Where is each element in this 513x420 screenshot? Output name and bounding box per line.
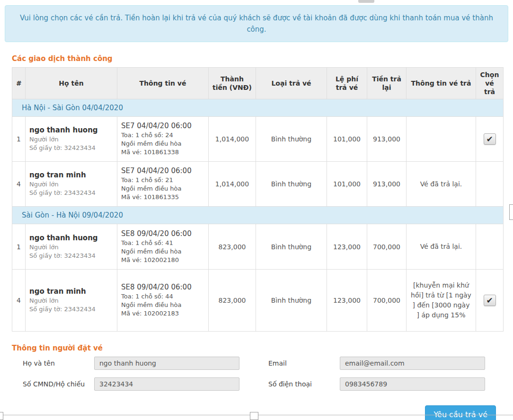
col-ticket-info: Thông tin vé bbox=[117, 68, 209, 99]
table-row: 1 ngo thanh huong Người lớn Số giấy tờ: … bbox=[12, 117, 504, 162]
select-cell: ✔ bbox=[476, 224, 504, 270]
refund-info-banner: Vui lòng chọn các vé cần trả. Tiền hoàn … bbox=[5, 5, 508, 42]
ticket-info-cell: SE7 04/04/20 06:00 Toa: 1 chỗ số: 21 Ngồ… bbox=[117, 162, 209, 207]
refund-amount-cell: 700,000 bbox=[367, 270, 407, 332]
transactions-title: Các giao dịch thành công bbox=[12, 54, 513, 63]
passenger-type: Người lớn bbox=[29, 135, 113, 144]
fee-cell: 101,000 bbox=[327, 117, 367, 162]
table-header-row: # Họ tên Thông tin vé Thành tiền (VNĐ) L… bbox=[12, 68, 504, 99]
refund-note-cell: [khuyễn mại khứ hồi] trả từ [1 ngày ] đế… bbox=[407, 270, 476, 332]
fee-cell: 123,000 bbox=[327, 224, 367, 270]
ticket-seat: Toa: 1 chỗ số: 41 bbox=[121, 239, 204, 247]
id-field[interactable] bbox=[94, 377, 239, 391]
refund-amount-cell: 913,000 bbox=[367, 162, 407, 207]
passenger-type: Người lớn bbox=[29, 243, 113, 252]
booker-title: Thông tin người đặt vé bbox=[12, 344, 513, 352]
amount-cell: 823,000 bbox=[209, 270, 256, 332]
passenger-cell: ngo thanh huong Người lớn Số giấy tờ: 32… bbox=[26, 117, 117, 162]
route-label: Sài Gòn - Hà Nội 09/04/2020 bbox=[12, 207, 504, 224]
col-refund-amount: Tiền trả lại bbox=[367, 68, 407, 99]
ticket-code: Mã vé: 101861335 bbox=[121, 193, 204, 201]
row-index: 1 bbox=[12, 117, 26, 162]
passenger-cell: ngo thanh huong Người lớn Số giấy tờ: 32… bbox=[26, 224, 117, 270]
refund-amount-cell: 913,000 bbox=[367, 117, 407, 162]
ticket-seat: Toa: 1 chỗ số: 21 bbox=[121, 176, 204, 184]
col-index: # bbox=[12, 68, 26, 99]
ticket-seat: Toa: 1 chỗ số: 44 bbox=[121, 292, 204, 301]
ticket-class: Ngồi mềm điều hòa bbox=[121, 140, 204, 148]
ticket-class: Ngồi mềm điều hòa bbox=[121, 184, 204, 193]
passenger-type: Người lớn bbox=[29, 180, 113, 189]
refund-type-cell: Bình thường bbox=[256, 270, 327, 332]
refund-amount-cell: 700,000 bbox=[367, 224, 407, 270]
col-refund-note: Thông tin vé trả bbox=[407, 68, 476, 99]
route-header: Hà Nội - Sài Gòn 04/04/2020 bbox=[12, 99, 504, 117]
email-label: Email bbox=[257, 359, 340, 367]
passenger-name: ngo thanh huong bbox=[29, 234, 113, 242]
ticket-seat: Toa: 1 chỗ số: 24 bbox=[121, 131, 204, 140]
top-scrollbar-fragment bbox=[358, 0, 374, 3]
amount-cell: 1,014,000 bbox=[209, 162, 256, 207]
bottom-left-handle bbox=[0, 412, 3, 420]
fee-cell: 101,000 bbox=[327, 162, 367, 207]
passenger-cell: ngo tran minh Người lớn Số giấy tờ: 2343… bbox=[26, 162, 117, 207]
ticket-code: Mã vé: 102002180 bbox=[121, 256, 204, 264]
select-cell: ✔ bbox=[476, 162, 504, 207]
ticket-code: Mã vé: 102002183 bbox=[121, 309, 204, 318]
refund-type-cell: Bình thường bbox=[256, 162, 327, 207]
amount-cell: 823,000 bbox=[209, 224, 256, 270]
route-header: Sài Gòn - Hà Nội 09/04/2020 bbox=[12, 207, 504, 224]
ticket-code: Mã vé: 101861338 bbox=[121, 148, 204, 157]
route-label: Hà Nội - Sài Gòn 04/04/2020 bbox=[12, 99, 504, 117]
phone-label: Số điện thoại bbox=[257, 380, 340, 388]
request-refund-button[interactable]: Yêu cầu trả vé bbox=[425, 405, 496, 420]
ticket-class: Ngồi mềm điều hòa bbox=[121, 247, 204, 256]
phone-field[interactable] bbox=[340, 377, 485, 391]
col-amount: Thành tiền (VNĐ) bbox=[209, 68, 256, 99]
ticket-train: SE7 04/04/20 06:00 bbox=[121, 122, 204, 130]
ticket-class: Ngồi mềm điều hòa bbox=[121, 301, 204, 309]
col-refund-type: Loại trả vé bbox=[256, 68, 327, 99]
passenger-name: ngo tran minh bbox=[29, 171, 113, 179]
name-label: Họ và tên bbox=[12, 359, 94, 367]
refund-type-cell: Bình thường bbox=[256, 224, 327, 270]
ticket-train: SE8 09/04/20 06:00 bbox=[121, 229, 204, 238]
select-ticket-checkbox[interactable]: ✔ bbox=[484, 133, 496, 145]
ticket-info-cell: SE8 09/04/20 06:00 Toa: 1 chỗ số: 44 Ngồ… bbox=[117, 270, 209, 332]
passenger-id-doc: Số giấy tờ: 32423434 bbox=[29, 144, 113, 152]
col-name: Họ tên bbox=[26, 68, 117, 99]
ticket-train: SE8 09/04/20 06:00 bbox=[121, 283, 204, 291]
booker-form: Họ và tên Số CMND/Hộ chiếu Email Số điện… bbox=[12, 357, 503, 420]
col-fee: Lệ phí trả vé bbox=[327, 68, 367, 99]
row-index: 4 bbox=[12, 162, 26, 207]
select-cell: ✔ bbox=[476, 117, 504, 162]
row-index: 4 bbox=[12, 270, 26, 332]
refund-note-cell: Vé đã trả lại. bbox=[407, 224, 476, 270]
select-cell: ✔ bbox=[476, 270, 504, 332]
table-row: 4 ngo tran minh Người lớn Số giấy tờ: 23… bbox=[12, 162, 504, 207]
passenger-id-doc: Số giấy tờ: 23432434 bbox=[29, 305, 113, 314]
table-row: 1 ngo thanh huong Người lớn Số giấy tờ: … bbox=[12, 224, 504, 270]
passenger-id-doc: Số giấy tờ: 32423434 bbox=[29, 252, 113, 260]
id-label: Số CMND/Hộ chiếu bbox=[12, 380, 94, 388]
refund-type-cell: Bình thường bbox=[256, 117, 327, 162]
right-edge-fragment bbox=[509, 204, 513, 220]
col-select: Chọn vé trả bbox=[476, 68, 504, 99]
refund-info-text: Vui lòng chọn các vé cần trả. Tiền hoàn … bbox=[20, 14, 493, 34]
name-field[interactable] bbox=[94, 357, 239, 370]
passenger-cell: ngo tran minh Người lớn Số giấy tờ: 2343… bbox=[26, 270, 117, 332]
amount-cell: 1,014,000 bbox=[209, 117, 256, 162]
ticket-info-cell: SE8 09/04/20 06:00 Toa: 1 chỗ số: 41 Ngồ… bbox=[117, 224, 209, 270]
passenger-type: Người lớn bbox=[29, 297, 113, 305]
passenger-name: ngo tran minh bbox=[29, 287, 113, 296]
refund-note-cell: Vé đã trả lại. bbox=[407, 162, 476, 207]
bottom-center-handle bbox=[250, 412, 258, 420]
passenger-name: ngo thanh huong bbox=[29, 126, 113, 134]
ticket-train: SE7 04/04/20 06:00 bbox=[121, 166, 204, 175]
passenger-id-doc: Số giấy tờ: 23432434 bbox=[29, 189, 113, 197]
refund-note-cell bbox=[407, 117, 476, 162]
select-ticket-checkbox[interactable]: ✔ bbox=[484, 295, 496, 306]
table-row: 4 ngo tran minh Người lớn Số giấy tờ: 23… bbox=[12, 270, 504, 332]
email-field[interactable] bbox=[340, 357, 485, 370]
row-index: 1 bbox=[12, 224, 26, 270]
